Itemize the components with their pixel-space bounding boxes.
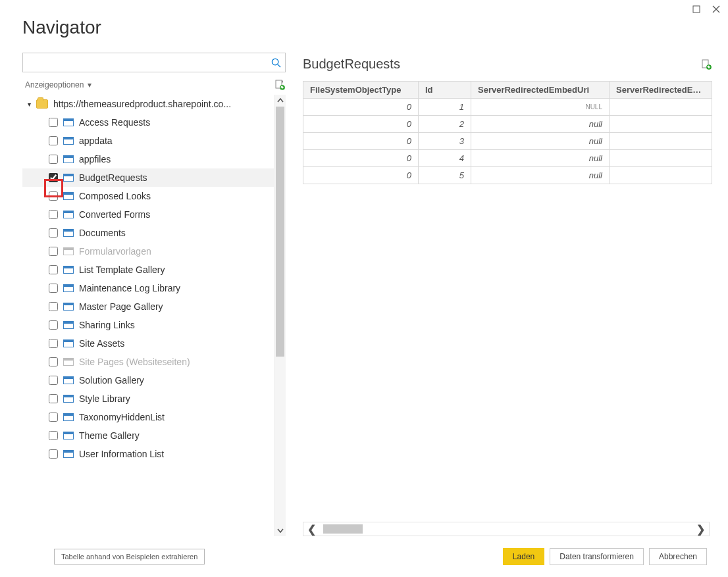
search-input[interactable] bbox=[23, 58, 267, 68]
tree-item-label: Style Library bbox=[79, 393, 130, 404]
table-icon bbox=[63, 432, 74, 439]
preview-refresh-button[interactable] bbox=[700, 59, 712, 70]
tree-item-label: Site Pages (Websiteseiten) bbox=[79, 357, 190, 367]
tree-item-label: TaxonomyHiddenList bbox=[79, 412, 165, 422]
tree-item-checkbox[interactable] bbox=[49, 339, 58, 348]
tree-item[interactable]: Site Pages (Websiteseiten) bbox=[22, 353, 274, 371]
search-box[interactable] bbox=[22, 53, 286, 72]
tree-item-checkbox[interactable] bbox=[49, 118, 58, 127]
scroll-up-icon[interactable] bbox=[274, 95, 286, 107]
tree-item[interactable]: Composed Looks bbox=[22, 187, 274, 205]
table-icon bbox=[63, 413, 74, 421]
scroll-left-icon[interactable]: ❮ bbox=[307, 523, 316, 536]
scroll-right-icon[interactable]: ❯ bbox=[696, 523, 705, 536]
preview-table: FileSystemObjectTypeIdServerRedirectedEm… bbox=[303, 81, 712, 184]
tree-item[interactable]: Documents bbox=[22, 224, 274, 242]
table-cell: 0 bbox=[303, 116, 419, 133]
table-icon bbox=[63, 284, 74, 292]
tree-item-checkbox[interactable] bbox=[49, 320, 58, 330]
window-close-button[interactable] bbox=[711, 4, 721, 14]
column-header[interactable]: ServerRedirectedEmbed bbox=[610, 82, 712, 99]
table-cell bbox=[610, 133, 712, 150]
window-restore-button[interactable] bbox=[691, 4, 702, 14]
tree-item-label: appdata bbox=[79, 136, 113, 146]
tree-item[interactable]: TaxonomyHiddenList bbox=[22, 408, 274, 426]
tree-item-checkbox[interactable] bbox=[49, 357, 58, 366]
tree-item[interactable]: Master Page Gallery bbox=[22, 297, 274, 316]
tree-item-checkbox[interactable] bbox=[49, 413, 58, 422]
table-cell: 0 bbox=[303, 99, 419, 116]
table-cell: 0 bbox=[303, 167, 419, 184]
tree-item-checkbox[interactable] bbox=[49, 284, 58, 293]
scroll-down-icon[interactable] bbox=[274, 524, 286, 536]
tree-item-label: Master Page Gallery bbox=[79, 301, 163, 312]
tree-item-checkbox[interactable] bbox=[49, 210, 58, 219]
tree-item-label: Maintenance Log Library bbox=[79, 283, 180, 293]
tree-item[interactable]: Maintenance Log Library bbox=[22, 279, 274, 297]
table-row: 05null bbox=[303, 167, 712, 184]
tree-item-label: List Template Gallery bbox=[79, 264, 165, 275]
table-cell: 3 bbox=[419, 133, 471, 150]
tree-item[interactable]: Access Requests bbox=[22, 113, 274, 132]
tree-item[interactable]: Solution Gallery bbox=[22, 371, 274, 389]
table-row: 04null bbox=[303, 150, 712, 167]
collapse-icon[interactable]: ▾ bbox=[28, 101, 31, 108]
tree-item[interactable]: Converted Forms bbox=[22, 205, 274, 224]
tree-item-checkbox[interactable] bbox=[49, 173, 58, 182]
tree-item-label: Documents bbox=[79, 228, 126, 238]
display-options-dropdown[interactable]: Anzeigeoptionen ▾ bbox=[22, 80, 91, 89]
tree-item-checkbox[interactable] bbox=[49, 376, 58, 385]
tree-item-label: Site Assets bbox=[79, 338, 124, 349]
tree-item-checkbox[interactable] bbox=[49, 265, 58, 274]
tree-item[interactable]: Formularvorlagen bbox=[22, 242, 274, 261]
tree-item[interactable]: appfiles bbox=[22, 150, 274, 168]
extract-by-example-button[interactable]: Tabelle anhand von Beispielen extrahiere… bbox=[54, 549, 205, 564]
tree-item-checkbox[interactable] bbox=[49, 228, 58, 238]
scroll-thumb[interactable] bbox=[276, 107, 284, 357]
tree-item-checkbox[interactable] bbox=[49, 431, 58, 440]
tree-item[interactable]: Style Library bbox=[22, 389, 274, 408]
tree-item-checkbox[interactable] bbox=[49, 449, 58, 459]
load-button[interactable]: Laden bbox=[503, 548, 544, 565]
tree-item-label: Formularvorlagen bbox=[79, 246, 151, 257]
table-row: 03null bbox=[303, 133, 712, 150]
tree-item[interactable]: Site Assets bbox=[22, 334, 274, 353]
tree-item[interactable]: List Template Gallery bbox=[22, 261, 274, 279]
tree-item-label: Sharing Links bbox=[79, 320, 135, 330]
tree-item-checkbox[interactable] bbox=[49, 247, 58, 256]
tree-root[interactable]: ▾ https://themeasuredproduct.sharepoint.… bbox=[22, 95, 274, 113]
tree-item-label: Composed Looks bbox=[79, 191, 151, 201]
column-header[interactable]: Id bbox=[419, 82, 471, 99]
cancel-button[interactable]: Abbrechen bbox=[649, 548, 707, 565]
table-cell: 4 bbox=[419, 150, 471, 167]
table-cell: null bbox=[471, 116, 610, 133]
folder-icon bbox=[36, 99, 48, 109]
column-header[interactable]: ServerRedirectedEmbedUri bbox=[471, 82, 610, 99]
tree-item-checkbox[interactable] bbox=[49, 302, 58, 311]
tree-item[interactable]: User Information List bbox=[22, 445, 274, 463]
hscroll-thumb[interactable] bbox=[323, 524, 363, 534]
column-header[interactable]: FileSystemObjectType bbox=[303, 82, 419, 99]
chevron-down-icon: ▾ bbox=[88, 80, 91, 89]
table-cell: 0 bbox=[303, 150, 419, 167]
tree-item[interactable]: Theme Gallery bbox=[22, 426, 274, 445]
tree-item-checkbox[interactable] bbox=[49, 136, 58, 145]
tree-item-checkbox[interactable] bbox=[49, 394, 58, 403]
tree-item-checkbox[interactable] bbox=[49, 155, 58, 164]
tree-item-checkbox[interactable] bbox=[49, 191, 58, 201]
refresh-button[interactable] bbox=[274, 79, 286, 91]
table-icon bbox=[63, 155, 74, 163]
tree-item[interactable]: BudgetRequests bbox=[22, 168, 274, 187]
table-cell: null bbox=[471, 167, 610, 184]
horizontal-scrollbar[interactable]: ❮ ❯ bbox=[303, 522, 710, 536]
search-icon[interactable] bbox=[267, 58, 285, 68]
table-cell: 1 bbox=[419, 99, 471, 116]
tree-scrollbar[interactable] bbox=[274, 95, 286, 536]
table-icon bbox=[63, 247, 74, 255]
page-title: Navigator bbox=[22, 17, 715, 38]
tree-item[interactable]: appdata bbox=[22, 132, 274, 150]
tree-item[interactable]: Sharing Links bbox=[22, 316, 274, 334]
transform-button[interactable]: Daten transformieren bbox=[550, 548, 644, 565]
navigator-tree[interactable]: ▾ https://themeasuredproduct.sharepoint.… bbox=[22, 95, 274, 536]
tree-item-label: Theme Gallery bbox=[79, 430, 140, 441]
